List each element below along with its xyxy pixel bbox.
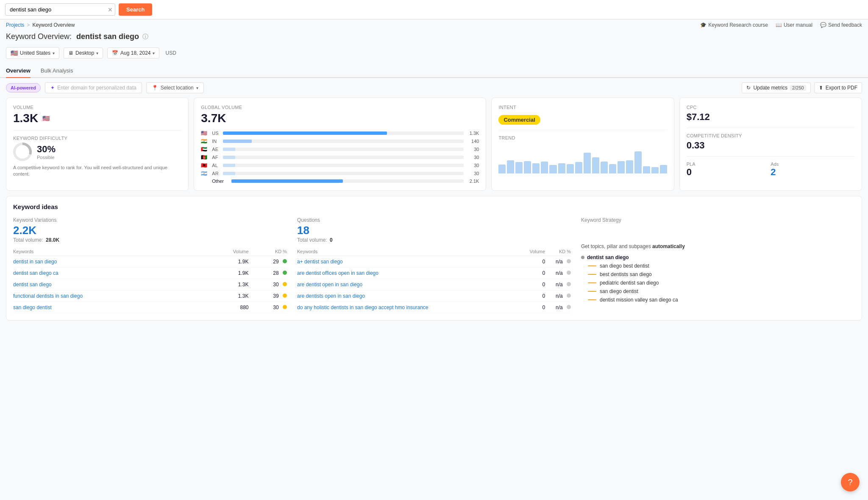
list-item: pediatric dentist san diego — [588, 280, 855, 286]
keyword-course-link[interactable]: 🎓 Keyword Research course — [700, 22, 768, 28]
search-button[interactable]: Search — [119, 3, 152, 16]
trend-bar — [549, 165, 556, 173]
questions-total: Total volume: 0 — [297, 237, 571, 243]
kd-description: A competitive keyword to rank for. You w… — [13, 165, 181, 178]
kw-volume: 1.3K — [206, 291, 249, 302]
in-code: IN — [212, 139, 220, 144]
country-filter[interactable]: 🇺🇸 United States ▾ — [6, 47, 59, 59]
keyword-ideas-grid: Keyword Variations 2.2K Total volume: 28… — [13, 217, 855, 313]
keyword-link[interactable]: dentist san diego — [13, 282, 52, 288]
page-title-row: Keyword Overview: dentist san diego ⓘ — [0, 31, 868, 45]
gv-row-in: 🇮🇳 IN 140 — [201, 138, 479, 144]
book-icon: 📖 — [776, 22, 782, 28]
kd-dot-gray — [567, 259, 571, 263]
kd-dot-green — [283, 259, 287, 263]
page-title: Keyword Overview: dentist san diego — [6, 32, 139, 41]
update-metrics-button[interactable]: ↻ Update metrics 2/250 — [742, 82, 810, 93]
trend-bar — [515, 162, 523, 173]
other-code: Other — [212, 179, 229, 184]
trend-label: Trend — [498, 135, 667, 140]
user-manual-link[interactable]: 📖 User manual — [776, 22, 812, 28]
kw-kd: 28 — [249, 268, 287, 279]
other-num: 2.1K — [466, 179, 479, 184]
tab-overview[interactable]: Overview — [6, 63, 31, 78]
info-icon[interactable]: ⓘ — [142, 33, 148, 41]
ar-num: 30 — [466, 171, 479, 176]
trend-bar — [592, 157, 599, 174]
trend-bar — [651, 167, 659, 173]
keyword-link[interactable]: are dentist open in san diego — [297, 282, 362, 288]
strategy-line — [588, 282, 596, 283]
strategy-line — [588, 299, 596, 300]
table-row: dentist san diego ca 1.9K 28 — [13, 268, 287, 279]
volume-kd-card: Volume 1.3K 🇺🇸 Keyword Difficulty 30% Po… — [6, 98, 189, 191]
kw-volume: 0 — [519, 291, 545, 302]
top-links: 🎓 Keyword Research course 📖 User manual … — [700, 22, 862, 28]
col-kd: KD % — [545, 247, 571, 256]
chevron-down-icon: ▾ — [53, 51, 55, 56]
keyword-link[interactable]: functional dentists in san diego — [13, 293, 83, 299]
breadcrumb: Projects > Keyword Overview — [6, 22, 75, 28]
variations-total: Total volume: 28.0K — [13, 237, 287, 243]
kw-volume: 1.9K — [206, 256, 249, 268]
kw-volume: 0 — [519, 268, 545, 279]
kd-percent: 30% — [37, 144, 181, 155]
global-volume-bars: 🇺🇸 US 1.3K 🇮🇳 IN 140 🇦🇪 AE 30 🇦🇫 AF — [201, 130, 479, 184]
col-volume: Volume — [519, 247, 545, 256]
keyword-link[interactable]: dentist san diego ca — [13, 270, 58, 276]
al-flag: 🇦🇱 — [201, 162, 209, 168]
intent-trend-card: Intent Commercial Trend — [491, 98, 674, 191]
col-keywords: Keywords — [13, 247, 206, 256]
kd-sublabel: Possible — [37, 155, 181, 160]
send-feedback-link[interactable]: 💬 Send feedback — [820, 22, 862, 28]
kd-dot-yellow — [283, 293, 287, 298]
search-bar: ✕ Search — [0, 0, 868, 20]
af-flag: 🇦🇫 — [201, 154, 209, 160]
device-filter[interactable]: 🖥 Desktop ▾ — [64, 47, 103, 59]
kd-label: Keyword Difficulty — [13, 136, 181, 141]
kw-kd: 30 — [249, 279, 287, 291]
table-row: are dentist offices open in san diego 0 … — [297, 268, 571, 279]
keyword-link[interactable]: are dentists open in san diego — [297, 293, 365, 299]
af-code: AF — [212, 155, 220, 160]
list-item: dentist mission valley san diego ca — [588, 297, 855, 303]
kd-circle-inner — [16, 145, 29, 159]
kd-row: 30% Possible — [13, 142, 181, 161]
keyword-link[interactable]: dentist in san diego — [13, 259, 57, 265]
location-select-button[interactable]: 📍 Select location ▾ — [146, 82, 204, 93]
kd-dot-gray — [567, 271, 571, 275]
trend-bar — [532, 163, 540, 174]
gv-row-ar: 🇦🇷 AR 30 — [201, 170, 479, 176]
table-row: dentist san diego 1.3K 30 — [13, 279, 287, 291]
breadcrumb-parent[interactable]: Projects — [6, 22, 24, 28]
kw-volume: 1.3K — [206, 279, 249, 291]
keyword-link[interactable]: are dentist offices open in san diego — [297, 270, 378, 276]
trend-bar — [634, 151, 642, 174]
in-num: 140 — [466, 139, 479, 144]
questions-title: Questions — [297, 217, 571, 223]
clear-button[interactable]: ✕ — [108, 6, 113, 13]
global-volume-value: 3.7K — [201, 112, 479, 125]
keyword-link[interactable]: a+ dentist san diego — [297, 259, 343, 265]
table-row: are dentist open in san diego 0 n/a — [297, 279, 571, 291]
kd-dot-yellow — [283, 305, 287, 309]
stats-cards: Volume 1.3K 🇺🇸 Keyword Difficulty 30% Po… — [0, 98, 868, 196]
table-row: functional dentists in san diego 1.3K 39 — [13, 291, 287, 302]
kd-dot-green — [283, 271, 287, 275]
export-pdf-button[interactable]: ⬆ Export to PDF — [814, 82, 862, 93]
kw-kd: 30 — [249, 302, 287, 313]
tab-bulk-analysis[interactable]: Bulk Analysis — [41, 63, 73, 78]
domain-input-button[interactable]: ✦ Enter domain for personalized data — [45, 82, 142, 93]
kd-dot-gray — [567, 293, 571, 298]
search-input[interactable] — [5, 3, 115, 16]
af-num: 30 — [466, 155, 479, 160]
date-filter[interactable]: 📅 Aug 18, 2024 ▾ — [107, 47, 159, 59]
trend-chart — [498, 144, 667, 173]
pla-value: 0 — [687, 167, 771, 178]
volume-flag: 🇺🇸 — [42, 115, 50, 122]
keyword-link[interactable]: san diego dentist — [13, 304, 52, 310]
gv-row-af: 🇦🇫 AF 30 — [201, 154, 479, 160]
al-num: 30 — [466, 163, 479, 168]
global-volume-card: Global Volume 3.7K 🇺🇸 US 1.3K 🇮🇳 IN 140 … — [194, 98, 486, 191]
keyword-link[interactable]: do any holistic dentists in san diego ac… — [297, 304, 428, 310]
